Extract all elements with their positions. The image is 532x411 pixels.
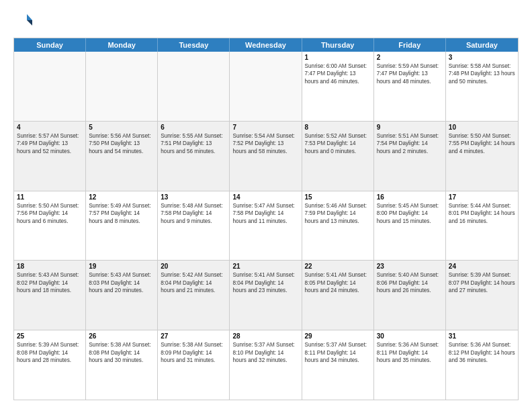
svg-marker-0: [27, 14, 32, 20]
cell-info: Sunrise: 5:38 AM Sunset: 8:09 PM Dayligh…: [161, 341, 226, 364]
day-number: 30: [377, 332, 443, 340]
day-number: 16: [377, 193, 443, 201]
day-number: 26: [89, 332, 154, 340]
cell-info: Sunrise: 5:47 AM Sunset: 7:58 PM Dayligh…: [232, 202, 298, 225]
day-number: 18: [17, 263, 83, 270]
day-number: 17: [449, 193, 515, 201]
calendar-cell: 13Sunrise: 5:48 AM Sunset: 7:58 PM Dayli…: [158, 191, 230, 261]
calendar-cell: 25Sunrise: 5:39 AM Sunset: 8:08 PM Dayli…: [14, 330, 86, 400]
day-number: 6: [161, 124, 226, 131]
cell-info: Sunrise: 5:40 AM Sunset: 8:06 PM Dayligh…: [377, 271, 443, 294]
weekday-header-friday: Friday: [374, 38, 446, 52]
day-number: 21: [232, 263, 298, 270]
cell-info: Sunrise: 5:42 AM Sunset: 8:04 PM Dayligh…: [161, 271, 226, 294]
calendar-cell: [86, 52, 158, 121]
day-number: 10: [449, 124, 515, 131]
calendar-cell: 18Sunrise: 5:43 AM Sunset: 8:02 PM Dayli…: [14, 261, 86, 330]
weekday-header-wednesday: Wednesday: [230, 38, 302, 52]
day-number: 29: [305, 332, 371, 340]
cell-info: Sunrise: 5:41 AM Sunset: 8:05 PM Dayligh…: [305, 271, 371, 294]
calendar-row-3: 18Sunrise: 5:43 AM Sunset: 8:02 PM Dayli…: [14, 261, 518, 330]
calendar-cell: 29Sunrise: 5:37 AM Sunset: 8:11 PM Dayli…: [302, 330, 374, 400]
calendar-row-1: 4Sunrise: 5:57 AM Sunset: 7:49 PM Daylig…: [14, 122, 518, 191]
weekday-header-saturday: Saturday: [446, 38, 518, 52]
calendar-cell: 12Sunrise: 5:49 AM Sunset: 7:57 PM Dayli…: [86, 191, 158, 261]
cell-info: Sunrise: 5:38 AM Sunset: 8:08 PM Dayligh…: [89, 341, 154, 364]
calendar-cell: 19Sunrise: 5:43 AM Sunset: 8:03 PM Dayli…: [86, 261, 158, 330]
calendar-cell: 21Sunrise: 5:41 AM Sunset: 8:04 PM Dayli…: [230, 261, 302, 330]
logo: [13, 11, 36, 31]
cell-info: Sunrise: 5:51 AM Sunset: 7:54 PM Dayligh…: [377, 132, 443, 155]
calendar-cell: 6Sunrise: 5:55 AM Sunset: 7:51 PM Daylig…: [158, 122, 230, 191]
cell-info: Sunrise: 5:56 AM Sunset: 7:50 PM Dayligh…: [89, 132, 154, 155]
day-number: 31: [449, 332, 515, 340]
calendar-cell: 24Sunrise: 5:39 AM Sunset: 8:07 PM Dayli…: [446, 261, 518, 330]
calendar-cell: 2Sunrise: 5:59 AM Sunset: 7:47 PM Daylig…: [374, 52, 446, 121]
cell-info: Sunrise: 5:39 AM Sunset: 8:08 PM Dayligh…: [17, 341, 83, 364]
day-number: 3: [449, 54, 515, 61]
calendar-cell: [230, 52, 302, 121]
calendar-header: SundayMondayTuesdayWednesdayThursdayFrid…: [14, 38, 518, 52]
day-number: 8: [305, 124, 371, 131]
cell-info: Sunrise: 5:36 AM Sunset: 8:12 PM Dayligh…: [449, 341, 515, 364]
day-number: 25: [17, 332, 83, 340]
cell-info: Sunrise: 5:48 AM Sunset: 7:58 PM Dayligh…: [161, 202, 226, 225]
day-number: 28: [232, 332, 298, 340]
weekday-header-monday: Monday: [86, 38, 158, 52]
cell-info: Sunrise: 5:50 AM Sunset: 7:56 PM Dayligh…: [17, 202, 83, 225]
calendar-cell: 5Sunrise: 5:56 AM Sunset: 7:50 PM Daylig…: [86, 122, 158, 191]
day-number: 1: [305, 54, 371, 61]
day-number: 7: [232, 124, 298, 131]
calendar-cell: 4Sunrise: 5:57 AM Sunset: 7:49 PM Daylig…: [14, 122, 86, 191]
day-number: 23: [377, 263, 443, 270]
day-number: 14: [232, 193, 298, 201]
calendar-cell: 11Sunrise: 5:50 AM Sunset: 7:56 PM Dayli…: [14, 191, 86, 261]
cell-info: Sunrise: 5:45 AM Sunset: 8:00 PM Dayligh…: [377, 202, 443, 225]
day-number: 27: [161, 332, 226, 340]
cell-info: Sunrise: 5:57 AM Sunset: 7:49 PM Dayligh…: [17, 132, 83, 155]
calendar-cell: 9Sunrise: 5:51 AM Sunset: 7:54 PM Daylig…: [374, 122, 446, 191]
calendar-cell: 14Sunrise: 5:47 AM Sunset: 7:58 PM Dayli…: [230, 191, 302, 261]
calendar-cell: 1Sunrise: 6:00 AM Sunset: 7:47 PM Daylig…: [302, 52, 374, 121]
calendar-row-2: 11Sunrise: 5:50 AM Sunset: 7:56 PM Dayli…: [14, 191, 518, 261]
calendar-cell: 30Sunrise: 5:36 AM Sunset: 8:11 PM Dayli…: [374, 330, 446, 400]
calendar: SundayMondayTuesdayWednesdayThursdayFrid…: [13, 38, 519, 400]
calendar-cell: [14, 52, 86, 121]
cell-info: Sunrise: 5:46 AM Sunset: 7:59 PM Dayligh…: [305, 202, 371, 225]
day-number: 4: [17, 124, 83, 131]
cell-info: Sunrise: 5:37 AM Sunset: 8:11 PM Dayligh…: [305, 341, 371, 364]
calendar-cell: 28Sunrise: 5:37 AM Sunset: 8:10 PM Dayli…: [230, 330, 302, 400]
cell-info: Sunrise: 5:55 AM Sunset: 7:51 PM Dayligh…: [161, 132, 226, 155]
cell-info: Sunrise: 5:43 AM Sunset: 8:02 PM Dayligh…: [17, 271, 83, 294]
cell-info: Sunrise: 5:52 AM Sunset: 7:53 PM Dayligh…: [305, 132, 371, 155]
calendar-cell: 8Sunrise: 5:52 AM Sunset: 7:53 PM Daylig…: [302, 122, 374, 191]
day-number: 12: [89, 193, 154, 201]
cell-info: Sunrise: 5:43 AM Sunset: 8:03 PM Dayligh…: [89, 271, 154, 294]
day-number: 9: [377, 124, 443, 131]
cell-info: Sunrise: 5:58 AM Sunset: 7:48 PM Dayligh…: [449, 62, 515, 85]
calendar-cell: [158, 52, 230, 121]
day-number: 22: [305, 263, 371, 270]
day-number: 13: [161, 193, 226, 201]
cell-info: Sunrise: 5:41 AM Sunset: 8:04 PM Dayligh…: [232, 271, 298, 294]
page: SundayMondayTuesdayWednesdayThursdayFrid…: [0, 0, 532, 411]
svg-marker-1: [27, 20, 32, 26]
day-number: 2: [377, 54, 443, 61]
cell-info: Sunrise: 5:59 AM Sunset: 7:47 PM Dayligh…: [377, 62, 443, 85]
calendar-cell: 20Sunrise: 5:42 AM Sunset: 8:04 PM Dayli…: [158, 261, 230, 330]
day-number: 24: [449, 263, 515, 270]
day-number: 5: [89, 124, 154, 131]
calendar-cell: 7Sunrise: 5:54 AM Sunset: 7:52 PM Daylig…: [230, 122, 302, 191]
calendar-cell: 3Sunrise: 5:58 AM Sunset: 7:48 PM Daylig…: [446, 52, 518, 121]
calendar-cell: 27Sunrise: 5:38 AM Sunset: 8:09 PM Dayli…: [158, 330, 230, 400]
day-number: 20: [161, 263, 226, 270]
cell-info: Sunrise: 5:50 AM Sunset: 7:55 PM Dayligh…: [449, 132, 515, 155]
weekday-header-tuesday: Tuesday: [158, 38, 230, 52]
cell-info: Sunrise: 5:37 AM Sunset: 8:10 PM Dayligh…: [232, 341, 298, 364]
day-number: 19: [89, 263, 154, 270]
calendar-cell: 15Sunrise: 5:46 AM Sunset: 7:59 PM Dayli…: [302, 191, 374, 261]
calendar-cell: 23Sunrise: 5:40 AM Sunset: 8:06 PM Dayli…: [374, 261, 446, 330]
calendar-body: 1Sunrise: 6:00 AM Sunset: 7:47 PM Daylig…: [14, 52, 518, 400]
day-number: 11: [17, 193, 83, 201]
cell-info: Sunrise: 5:39 AM Sunset: 8:07 PM Dayligh…: [449, 271, 515, 294]
